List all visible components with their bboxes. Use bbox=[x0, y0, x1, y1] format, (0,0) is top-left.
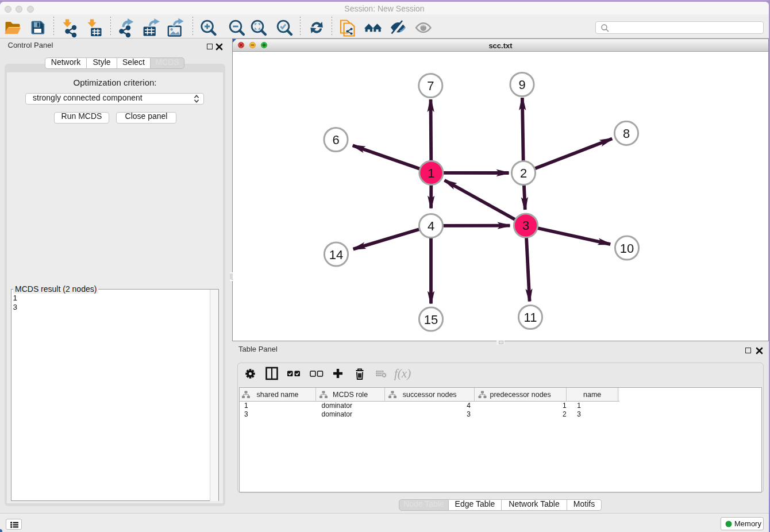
svg-text:10: 10 bbox=[620, 241, 634, 256]
svg-text:f(x): f(x) bbox=[394, 367, 411, 380]
svg-text:4: 4 bbox=[428, 219, 434, 233]
svg-text:2: 2 bbox=[520, 166, 527, 180]
svg-text:6: 6 bbox=[332, 133, 339, 147]
svg-text:11: 11 bbox=[524, 310, 537, 325]
svg-text:3: 3 bbox=[522, 218, 529, 233]
svg-text:14: 14 bbox=[329, 248, 343, 262]
svg-text:15: 15 bbox=[424, 313, 438, 327]
svg-text:7: 7 bbox=[427, 79, 434, 93]
svg-text:1: 1 bbox=[428, 166, 434, 180]
svg-text:9: 9 bbox=[518, 78, 525, 92]
svg-text:8: 8 bbox=[623, 126, 630, 141]
